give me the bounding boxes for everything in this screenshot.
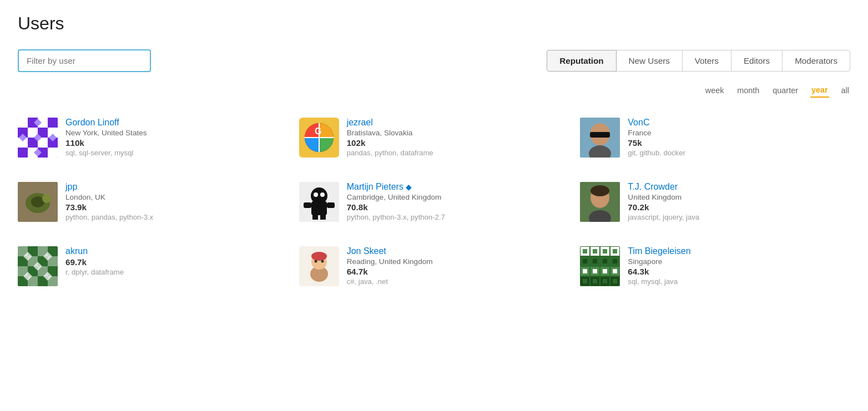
user-info: VonCFrance75kgit, github, docker [628,118,685,157]
avatar [580,118,620,158]
tab-reputation[interactable]: Reputation [547,50,616,72]
svg-point-67 [321,260,324,263]
time-year[interactable]: year [810,83,829,98]
user-name[interactable]: jpp [65,182,153,192]
user-reputation: 102k [347,138,433,148]
user-name[interactable]: VonC [628,118,685,128]
time-month[interactable]: month [736,84,760,97]
user-card: VonCFrance75kgit, github, docker [580,113,850,162]
user-tags: python, python-3.x, python-2.7 [347,213,445,221]
svg-rect-4 [48,118,58,128]
svg-point-65 [311,252,327,261]
svg-point-46 [591,185,609,196]
user-location: Cambridge, United Kingdom [347,193,445,201]
svg-point-66 [314,260,317,263]
user-tags: python, pandas, python-3.x [65,213,153,221]
svg-rect-84 [593,279,597,283]
top-bar: Reputation New Users Voters Editors Mode… [18,49,850,72]
svg-rect-76 [583,279,587,283]
user-reputation: 64.7k [347,267,433,276]
user-info: jppLondon, UK73.9kpython, pandas, python… [65,182,153,221]
svg-point-38 [314,192,318,197]
avatar [18,118,58,158]
user-card: Gordon LinoffNew York, United States110k… [18,113,288,162]
svg-point-34 [42,194,51,203]
user-tags: sql, mysql, java [628,277,690,286]
tab-moderators[interactable]: Moderators [782,50,850,72]
user-info: Gordon LinoffNew York, United States110k… [65,118,147,157]
user-name[interactable]: Gordon Linoff [65,118,147,128]
user-reputation: 69.7k [65,257,124,267]
svg-rect-40 [304,202,311,208]
user-reputation: 110k [65,138,147,148]
tab-new-users[interactable]: New Users [616,50,683,72]
svg-rect-92 [603,279,607,283]
user-location: Bratislava, Slovakia [347,129,433,137]
user-location: United Kingdom [628,193,699,201]
svg-rect-96 [613,259,617,263]
user-reputation: 75k [628,138,685,148]
avatar [18,182,58,222]
user-tags: git, github, docker [628,149,685,157]
users-grid: Gordon LinoffNew York, United States110k… [18,113,850,291]
user-name[interactable]: T.J. Crowder [628,182,699,192]
user-card: Jon SkeetReading, United Kingdom64.7kc#,… [299,242,569,291]
user-reputation: 64.3k [628,267,690,276]
filter-input[interactable] [18,49,151,72]
svg-rect-13 [18,148,28,158]
user-card: Tim BiegeleisenSingapore64.3ksql, mysql,… [580,242,850,291]
user-name[interactable]: akrun [65,246,124,256]
svg-rect-43 [320,214,326,220]
user-card: T.J. CrowderUnited Kingdom70.2kjavascrip… [580,177,850,226]
svg-rect-42 [312,214,318,220]
time-filter: week month quarter year all [18,83,850,98]
user-name[interactable]: Martijn Pieters ◆ [347,182,445,192]
svg-rect-86 [603,249,607,253]
user-info: Tim BiegeleisenSingapore64.3ksql, mysql,… [628,246,690,286]
mod-diamond-icon: ◆ [403,183,412,191]
user-location: London, UK [65,193,153,201]
tab-editors[interactable]: Editors [731,50,783,72]
avatar [18,246,58,286]
user-location: Singapore [628,257,690,266]
user-card: akrun69.7kr, dplyr, dataframe [18,242,288,291]
user-tags: javascript, jquery, java [628,213,699,221]
time-quarter[interactable]: quarter [771,84,799,97]
svg-rect-70 [583,249,587,253]
user-location: Reading, United Kingdom [347,257,433,266]
user-name[interactable]: Tim Biegeleisen [628,246,690,256]
user-info: Jon SkeetReading, United Kingdom64.7kc#,… [347,246,433,286]
user-name[interactable]: jezrael [347,118,433,128]
user-tags: c#, java, .net [347,277,433,286]
user-info: T.J. CrowderUnited Kingdom70.2kjavascrip… [628,182,699,221]
user-card: GjezraelBratislava, Slovakia102kpandas, … [299,113,569,162]
svg-rect-80 [593,259,597,263]
svg-rect-100 [613,279,617,283]
user-tags: pandas, python, dataframe [347,149,433,157]
page-title: Users [18,13,850,34]
svg-rect-41 [327,202,335,208]
svg-text:G: G [315,126,321,136]
avatar: G [299,118,339,158]
user-location: New York, United States [65,129,147,137]
svg-rect-94 [613,249,617,253]
user-reputation: 70.8k [347,202,445,212]
svg-rect-74 [583,269,587,273]
svg-rect-29 [590,132,610,138]
avatar [580,182,620,222]
svg-rect-98 [613,269,617,273]
time-all[interactable]: all [840,84,850,97]
user-card: Martijn Pieters ◆Cambridge, United Kingd… [299,177,569,226]
user-info: jezraelBratislava, Slovakia102kpandas, p… [347,118,433,157]
svg-rect-1 [18,118,28,128]
tab-voters[interactable]: Voters [682,50,731,72]
avatar [580,246,620,286]
user-card: jppLondon, UK73.9kpython, pandas, python… [18,177,288,226]
svg-rect-88 [603,259,607,263]
avatar [299,182,339,222]
user-location: France [628,129,685,137]
user-name[interactable]: Jon Skeet [347,246,433,256]
user-info: akrun69.7kr, dplyr, dataframe [65,246,124,276]
time-week[interactable]: week [704,84,725,97]
avatar [299,246,339,286]
